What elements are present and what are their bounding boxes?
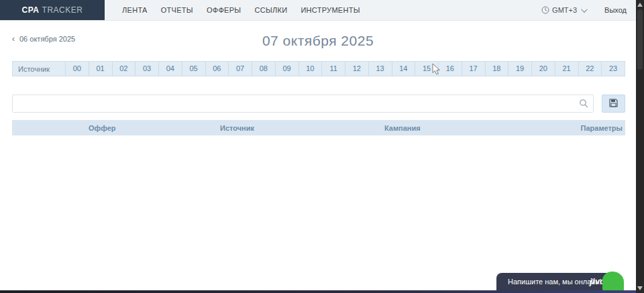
vertical-scrollbar[interactable] bbox=[636, 0, 644, 293]
hour-cell: 08 bbox=[252, 62, 275, 76]
hour-cell: 06 bbox=[205, 62, 229, 76]
hour-cell: 21 bbox=[555, 62, 578, 76]
date-navigation: ‹ 06 октября 2025 07 октября 2025 bbox=[0, 29, 636, 56]
save-button[interactable] bbox=[602, 95, 625, 113]
chevron-down-icon bbox=[581, 6, 588, 13]
top-navbar: CPA TRACKER ЛЕНТАОТЧЕТЫОФФЕРЫССЫЛКИИНСТР… bbox=[0, 0, 636, 21]
prev-day-link[interactable]: ‹ 06 октября 2025 bbox=[12, 34, 75, 44]
menu-item[interactable]: ССЫЛКИ bbox=[248, 0, 294, 21]
main-menu: ЛЕНТАОТЧЕТЫОФФЕРЫССЫЛКИИНСТРУМЕНТЫ bbox=[115, 0, 367, 20]
hour-cell: 13 bbox=[368, 62, 392, 76]
hour-cell: 16 bbox=[438, 62, 462, 76]
search-wrap bbox=[12, 95, 594, 113]
menu-item[interactable]: ИНСТРУМЕНТЫ bbox=[294, 0, 366, 21]
jivo-leaf-icon bbox=[602, 272, 624, 290]
menu-item[interactable]: ОТЧЕТЫ bbox=[154, 0, 200, 21]
chat-widget[interactable]: Напишите нам, мы онлайн! jivo bbox=[496, 273, 624, 290]
table-header-campaign: Кампания bbox=[383, 124, 580, 132]
report-table-header: Оффер Источник Кампания Параметры bbox=[12, 120, 625, 135]
hour-cell: 15 bbox=[415, 62, 438, 76]
scroll-up-arrow-icon[interactable] bbox=[637, 3, 643, 7]
hours-header-bar: Источник 0001020304050607080910111213141… bbox=[12, 61, 625, 76]
hour-cell: 17 bbox=[462, 62, 485, 76]
clock-icon bbox=[541, 6, 549, 14]
timezone-label: GMT+3 bbox=[552, 6, 577, 14]
main-content: ‹ 06 октября 2025 07 октября 2025 Источн… bbox=[0, 21, 636, 293]
hour-cell: 09 bbox=[275, 62, 299, 76]
logout-button[interactable]: Выход bbox=[604, 6, 627, 14]
source-column-label: Источник bbox=[13, 62, 65, 76]
hour-cell: 20 bbox=[531, 62, 555, 76]
hour-cells: 0001020304050607080910111213141516171819… bbox=[65, 62, 625, 76]
hour-cell: 23 bbox=[601, 62, 625, 76]
chevron-left-icon: ‹ bbox=[12, 34, 15, 44]
hour-cell: 04 bbox=[158, 62, 182, 76]
search-row bbox=[12, 95, 625, 113]
logo-brand-bold: CPA bbox=[22, 5, 40, 15]
hour-cell: 07 bbox=[228, 62, 252, 76]
search-input[interactable] bbox=[12, 95, 594, 113]
hour-cell: 11 bbox=[321, 62, 345, 76]
logo-brand-light: TRACKER bbox=[42, 5, 83, 15]
bottom-edge-strip bbox=[0, 290, 636, 293]
menu-item[interactable]: ЛЕНТА bbox=[115, 0, 154, 21]
page-title: 07 октября 2025 bbox=[0, 29, 636, 49]
hour-cell: 14 bbox=[392, 62, 415, 76]
table-header-offer: Оффер bbox=[87, 124, 219, 132]
hour-cell: 10 bbox=[299, 62, 322, 76]
menu-item[interactable]: ОФФЕРЫ bbox=[200, 0, 248, 21]
hour-cell: 22 bbox=[578, 62, 602, 76]
hour-cell: 19 bbox=[508, 62, 531, 76]
table-header-source: Источник bbox=[219, 124, 383, 132]
hour-cell: 02 bbox=[112, 62, 136, 76]
hour-cell: 12 bbox=[345, 62, 368, 76]
hour-cell: 05 bbox=[182, 62, 205, 76]
save-icon bbox=[609, 98, 618, 110]
hour-cell: 01 bbox=[89, 62, 112, 76]
navbar-right: GMT+3 Выход bbox=[541, 0, 636, 20]
table-header-params: Параметры bbox=[580, 124, 625, 132]
prev-day-label: 06 октября 2025 bbox=[19, 35, 75, 43]
hour-cell: 00 bbox=[65, 62, 89, 76]
search-icon[interactable] bbox=[579, 99, 588, 111]
hour-cell: 18 bbox=[485, 62, 508, 76]
chat-message: Напишите нам, мы онлайн! bbox=[508, 278, 602, 286]
timezone-selector[interactable]: GMT+3 bbox=[541, 6, 586, 14]
scroll-down-arrow-icon[interactable] bbox=[637, 286, 643, 290]
app-logo[interactable]: CPA TRACKER bbox=[0, 0, 105, 20]
hour-cell: 03 bbox=[135, 62, 158, 76]
scrollbar-thumb[interactable] bbox=[637, 9, 643, 70]
